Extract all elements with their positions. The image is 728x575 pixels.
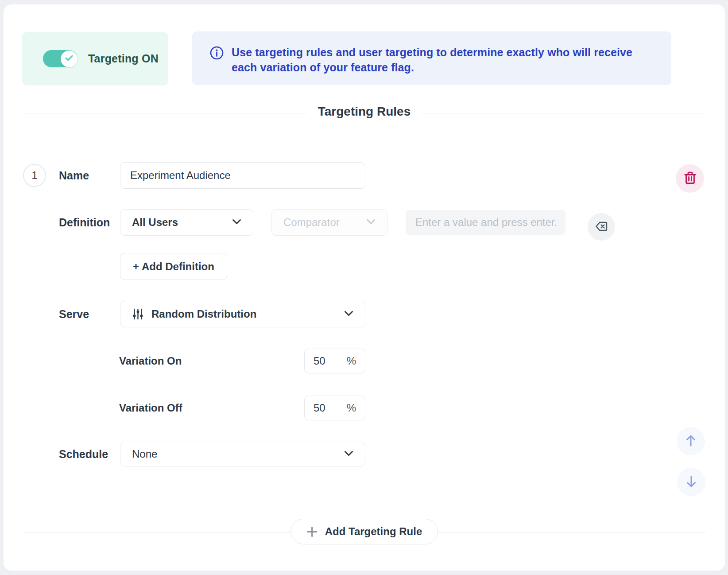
serve-select[interactable]: Random Distribution bbox=[120, 301, 365, 327]
check-icon bbox=[65, 55, 73, 63]
schedule-label: Schedule bbox=[59, 442, 108, 466]
serve-select-value: Random Distribution bbox=[151, 308, 256, 320]
clear-definition-button[interactable] bbox=[588, 213, 615, 241]
variation-on-label: Variation On bbox=[119, 349, 182, 373]
audience-select[interactable]: All Users bbox=[120, 209, 253, 236]
trash-icon bbox=[684, 171, 696, 186]
info-banner: Use targeting rules and user targeting t… bbox=[192, 31, 671, 85]
definition-value-input[interactable] bbox=[406, 210, 565, 235]
targeting-toggle[interactable] bbox=[43, 50, 77, 67]
audience-select-value: All Users bbox=[132, 216, 178, 229]
chevron-down-icon bbox=[232, 218, 241, 226]
add-targeting-rule-label: Add Targeting Rule bbox=[325, 525, 422, 538]
name-label: Name bbox=[59, 162, 89, 189]
delete-rule-button[interactable] bbox=[676, 164, 704, 193]
rule-name-input[interactable] bbox=[120, 162, 365, 189]
info-icon bbox=[210, 46, 224, 62]
schedule-select[interactable]: None bbox=[120, 442, 365, 466]
chevron-down-icon bbox=[344, 310, 353, 318]
comparator-placeholder: Comparator bbox=[283, 216, 340, 229]
chevron-down-icon bbox=[366, 218, 376, 226]
move-rule-down-button[interactable] bbox=[677, 468, 705, 496]
schedule-select-value: None bbox=[132, 448, 157, 460]
variation-off-label: Variation Off bbox=[119, 396, 182, 420]
variation-on-value: 50 bbox=[314, 355, 325, 367]
plus-icon bbox=[306, 526, 318, 537]
backspace-icon bbox=[595, 221, 608, 233]
rule-index-badge: 1 bbox=[23, 164, 46, 187]
info-banner-text: Use targeting rules and user targeting t… bbox=[232, 45, 654, 75]
section-title: Targeting Rules bbox=[4, 105, 725, 119]
definition-label: Definition bbox=[59, 209, 110, 236]
targeting-panel: Targeting ON Use targeting rules and use… bbox=[4, 4, 725, 571]
targeting-toggle-container: Targeting ON bbox=[22, 32, 168, 85]
variation-off-value: 50 bbox=[314, 402, 325, 414]
sliders-icon bbox=[133, 308, 143, 320]
move-rule-up-button[interactable] bbox=[677, 427, 705, 455]
arrow-up-icon bbox=[684, 434, 698, 449]
chevron-down-icon bbox=[344, 450, 353, 458]
toggle-knob bbox=[61, 51, 77, 67]
percent-sign: % bbox=[347, 402, 356, 414]
targeting-toggle-label: Targeting ON bbox=[88, 52, 159, 65]
add-targeting-rule-button[interactable]: Add Targeting Rule bbox=[290, 519, 438, 544]
percent-sign: % bbox=[347, 355, 356, 367]
comparator-select[interactable]: Comparator bbox=[271, 209, 387, 236]
arrow-down-icon bbox=[684, 474, 698, 490]
serve-label: Serve bbox=[59, 301, 89, 327]
variation-on-input[interactable]: 50 % bbox=[304, 349, 365, 373]
add-definition-button[interactable]: + Add Definition bbox=[120, 253, 227, 280]
variation-off-input[interactable]: 50 % bbox=[304, 396, 365, 420]
